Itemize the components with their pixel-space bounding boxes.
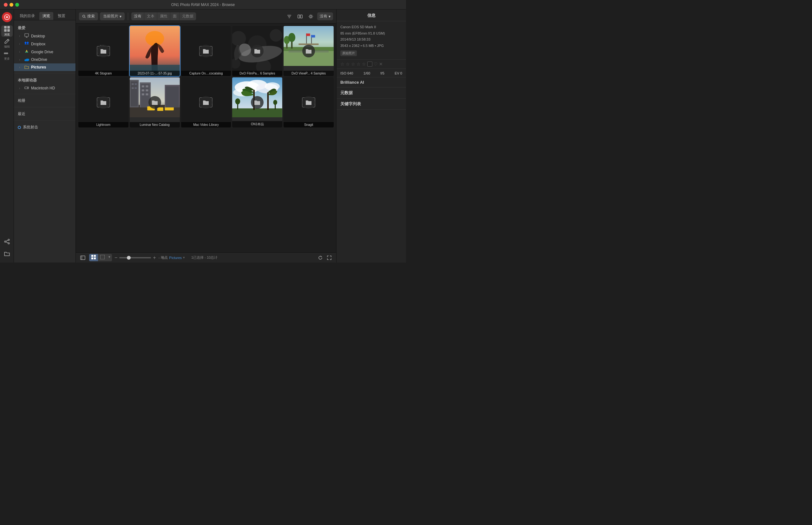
rail-folder[interactable] <box>1 248 13 259</box>
svg-rect-1 <box>4 26 7 29</box>
grid-view-button[interactable] <box>89 254 98 261</box>
system-shooting[interactable]: 系统射击 <box>14 123 75 132</box>
recent-section[interactable]: 最近 <box>14 109 75 119</box>
brilliance-ai-section[interactable]: Brilliance AI <box>337 77 406 88</box>
svg-point-6 <box>4 241 6 242</box>
metadata-label: 元数据 <box>340 90 353 96</box>
close-button[interactable] <box>4 3 8 7</box>
svg-point-27 <box>270 29 282 42</box>
minimize-button[interactable] <box>10 3 13 7</box>
window-controls[interactable] <box>4 3 19 7</box>
titlebar: ON1 Photo RAW MAX 2024 - Browse <box>0 0 406 10</box>
on1-logo[interactable] <box>2 12 12 22</box>
sidebar-item-dropbox[interactable]: › Dropbox <box>14 40 75 48</box>
sidebar-label-onedrive: OneDrive <box>31 57 47 62</box>
star-3[interactable]: ☆ <box>351 61 355 66</box>
grid-item-on1[interactable]: ON1样品 <box>232 77 282 127</box>
breadcrumb-folder-link[interactable]: Pictures <box>169 256 182 260</box>
reject-icon[interactable]: ✕ <box>379 61 383 66</box>
current-photos-button[interactable]: 当前照片 ▾ <box>100 12 125 20</box>
zoom-out-button[interactable]: − <box>115 255 117 260</box>
toolbar: 搜索 当前照片 ▾ 没有 文本 属性 面 元数据 <box>76 10 336 24</box>
filetype-info: JPG <box>377 44 383 47</box>
dimensions-info: 3543 x 2362 <box>340 44 360 47</box>
svg-point-13 <box>27 88 28 88</box>
sidebar-item-desktop[interactable]: › Desktop <box>14 32 75 40</box>
filter-face[interactable]: 面 <box>170 12 179 20</box>
filter-meta[interactable]: 元数据 <box>179 12 196 20</box>
tab-presets[interactable]: 预置 <box>55 12 69 20</box>
view-more-button[interactable]: ▾ <box>107 254 112 261</box>
breadcrumb-dropdown-chevron[interactable]: ▾ <box>183 256 185 260</box>
zoom-thumb[interactable] <box>127 256 131 260</box>
star-2[interactable]: ☆ <box>346 61 350 66</box>
search-button[interactable]: 搜索 <box>79 12 98 20</box>
grid-item-4kstogram[interactable]: 4K Stogram <box>78 26 129 76</box>
albums-section[interactable]: 相册 <box>14 96 75 105</box>
svg-rect-2 <box>7 26 10 29</box>
sidebar-toggle-button[interactable] <box>79 254 87 261</box>
no-dropdown[interactable]: 没有 ▾ <box>317 12 333 20</box>
grid-label: Snagit <box>283 122 334 127</box>
breadcrumb-back-chevron[interactable]: ‹ <box>159 256 160 260</box>
maximize-button[interactable] <box>15 3 19 7</box>
grid-item-lightroom[interactable]: Lightroom <box>78 77 129 127</box>
onedrive-icon <box>24 57 29 62</box>
folder-overlay <box>148 96 161 109</box>
svg-point-10 <box>25 59 27 61</box>
grid-label: DxO ViewP... 4 Samples <box>283 71 334 76</box>
filter-none[interactable]: 没有 <box>131 12 144 20</box>
gdrive-icon <box>24 49 29 55</box>
color-label[interactable] <box>367 61 372 66</box>
keywords-section[interactable]: 关键字列表 <box>337 99 406 110</box>
folder-overlay <box>251 96 264 109</box>
zoom-track[interactable] <box>119 257 151 258</box>
more-label: 更多 <box>4 57 10 61</box>
tab-browse[interactable]: 浏览 <box>39 12 53 20</box>
sidebar-item-onedrive[interactable]: › OneDrive <box>14 56 75 63</box>
grid-item-captureone[interactable]: Capture On....cocatalog <box>181 26 231 76</box>
filter-text[interactable]: 文本 <box>144 12 157 20</box>
rail-more[interactable]: ••• 更多 <box>1 49 13 61</box>
folder-overlay <box>251 45 264 57</box>
photo-grid: 4K Stogram <box>76 24 336 252</box>
sort-button[interactable] <box>285 12 294 21</box>
grid-item-snagit[interactable]: Snagit <box>283 77 334 127</box>
exif-shutter: 1/60 <box>364 71 370 75</box>
chevron-icon: › <box>19 34 22 38</box>
rail-edit[interactable]: 编辑 <box>1 38 13 49</box>
chevron-icon: › <box>19 65 22 69</box>
svg-rect-84 <box>94 255 96 257</box>
star-5[interactable]: ☆ <box>362 61 366 66</box>
zoom-in-button[interactable]: + <box>153 255 156 260</box>
filter-group: 没有 文本 属性 面 元数据 <box>131 12 196 20</box>
grid-item-dxofilm[interactable]: DxO FilmPa... 6 Samples <box>232 26 282 76</box>
pictures-folder-icon <box>24 65 29 70</box>
camera-info: Canon EOS 5D Mark II <box>340 25 402 30</box>
filter-attr[interactable]: 属性 <box>157 12 170 20</box>
star-4[interactable]: ☆ <box>356 61 360 66</box>
svg-rect-63 <box>157 107 163 111</box>
rail-browse[interactable]: 浏览 <box>1 25 13 37</box>
metadata-section[interactable]: 元数据 <box>337 88 406 99</box>
rail-share[interactable] <box>1 236 13 247</box>
compare-button[interactable] <box>296 12 305 21</box>
svg-point-78 <box>235 98 240 104</box>
tab-my-catalog[interactable]: 我的目录 <box>16 12 38 20</box>
sidebar-content: 最爱 › Desktop › Dropbox <box>14 20 75 262</box>
refresh-button[interactable] <box>316 254 324 261</box>
grid-label: ON1样品 <box>232 121 282 127</box>
grid-item-macvideo[interactable]: Mac Video Library <box>181 77 231 127</box>
ev-value: EV 0 <box>395 71 402 75</box>
light-button[interactable] <box>306 12 315 21</box>
grid-item-luminar[interactable]: Luminar Neo Catalog <box>130 77 180 127</box>
grid-item-dxoview[interactable]: DxO ViewP... 4 Samples <box>283 26 334 76</box>
star-1[interactable]: ☆ <box>340 61 344 66</box>
favorite-heart[interactable]: ♡ <box>374 61 378 66</box>
sidebar-item-gdrive[interactable]: › Google Drive <box>14 48 75 56</box>
sidebar-item-pictures[interactable]: › Pictures <box>14 63 75 71</box>
grid-item-anime[interactable]: 2023-07-11-...-57-35.jpg <box>130 26 180 76</box>
sidebar-item-macintosh[interactable]: › Macintosh HD <box>14 84 75 92</box>
list-view-button[interactable] <box>98 254 107 261</box>
fullscreen-button[interactable] <box>325 254 333 261</box>
